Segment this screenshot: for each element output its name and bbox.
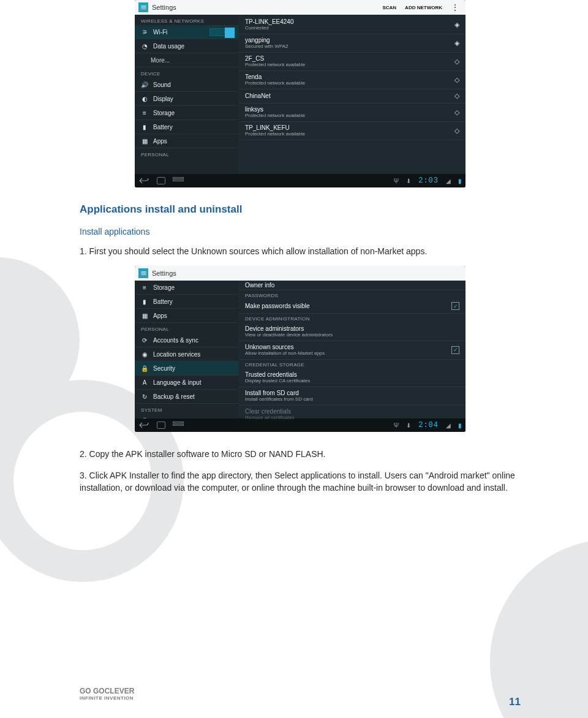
sync-icon: ⟳ — [141, 337, 148, 344]
sidebar-item-security[interactable]: 🔒Security — [135, 361, 239, 376]
wifi-signal-lock-icon: ◇ — [454, 58, 459, 66]
checkbox-checked-icon[interactable]: ✓ — [451, 302, 459, 310]
sidebar-item-label: Display — [153, 96, 173, 102]
overflow-menu-icon[interactable]: ⋮ — [448, 2, 462, 12]
sidebar-item-label: More... — [151, 57, 170, 64]
sidebar-item-label: Security — [153, 365, 175, 372]
navbar-clock: 2:04 — [418, 421, 439, 429]
apps-icon: ▦ — [141, 312, 148, 319]
setting-row-password-visible[interactable]: Make passwords visible✓ — [239, 300, 466, 314]
recent-apps-button[interactable] — [173, 177, 184, 184]
sidebar-item-location[interactable]: ◉Location services — [135, 347, 239, 361]
sidebar-item-backup[interactable]: ↻Backup & reset — [135, 390, 239, 404]
navbar-clock: 2:03 — [418, 176, 439, 185]
add-network-button[interactable]: ADD NETWORK — [402, 5, 445, 10]
home-button[interactable] — [157, 421, 165, 429]
checkbox-checked-icon[interactable]: ✓ — [451, 346, 459, 354]
sidebar-item-label: Accounts & sync — [153, 337, 198, 344]
setting-row-device-admin[interactable]: Device administratorsView or deactivate … — [239, 323, 466, 341]
sidebar-item-storage[interactable]: ≡Storage — [135, 281, 239, 295]
wifi-network-list: TP-LINK_EE4240Connected◈ yangpingSecured… — [239, 15, 466, 174]
home-button[interactable] — [157, 177, 165, 184]
wifi-toggle[interactable]: ON — [209, 28, 234, 36]
sidebar-item-accounts[interactable]: ⟳Accounts & sync — [135, 333, 239, 347]
usb-status-icon: Ψ — [394, 422, 399, 429]
setting-row-owner-info[interactable]: Owner info — [239, 282, 466, 290]
backup-icon: ↻ — [141, 393, 148, 400]
battery-icon: ▮ — [141, 124, 148, 130]
wifi-signal-lock-icon: ◈ — [454, 39, 459, 47]
clock-icon: 🕐 — [141, 418, 148, 419]
battery-icon: ▮ — [141, 298, 148, 305]
screenshot-wifi-settings: Settings SCAN ADD NETWORK ⋮ WIRELESS & N… — [135, 0, 466, 187]
scan-button[interactable]: SCAN — [380, 5, 399, 10]
sidebar-item-label: Apps — [153, 312, 167, 319]
wifi-network-row[interactable]: 2F_CSProtected network available◇ — [239, 53, 466, 71]
screenshot-security-settings: Settings ≡Storage ▮Battery ▦Apps PERSONA… — [135, 266, 466, 432]
sidebar-item-storage[interactable]: ≡Storage — [135, 106, 239, 120]
wifi-network-row[interactable]: TP-LINK_EE4240Connected◈ — [239, 16, 466, 34]
sidebar-item-label: Sound — [153, 81, 171, 88]
sound-icon: 🔊 — [141, 81, 148, 88]
wifi-network-row[interactable]: linksysProtected network available◇ — [239, 104, 466, 122]
wifi-signal-lock-icon: ◇ — [454, 108, 459, 116]
settings-sidebar: ≡Storage ▮Battery ▦Apps PERSONAL ⟳Accoun… — [135, 281, 239, 418]
setting-row-install-sd[interactable]: Install from SD cardInstall certificates… — [239, 387, 466, 406]
storage-icon: ≡ — [141, 110, 148, 116]
doc-paragraph: 3. Click APK Installer to find the app d… — [80, 469, 521, 494]
sidebar-item-date-time[interactable]: 🕐Date & time — [135, 414, 239, 418]
keyboard-icon: A — [141, 379, 148, 386]
wifi-signal-lock-icon: ◇ — [454, 127, 459, 135]
sidebar-item-label: Wi-Fi — [153, 29, 167, 36]
setting-row-unknown-sources[interactable]: Unknown sourcesAllow installation of non… — [239, 341, 466, 360]
usb-status-icon: Ψ — [394, 178, 399, 184]
sidebar-item-language[interactable]: ALanguage & input — [135, 376, 239, 390]
sidebar-category: SYSTEM — [135, 404, 239, 414]
doc-subheading: Install applications — [80, 227, 521, 236]
wifi-signal-lock-icon: ◇ — [454, 76, 459, 84]
brand-footer: GO GOCLEVER INFINITE INVENTION — [80, 687, 134, 701]
sidebar-item-apps[interactable]: ▦Apps — [135, 309, 239, 323]
back-button[interactable] — [138, 421, 149, 429]
sidebar-item-more[interactable]: More... — [135, 53, 239, 67]
doc-heading: Applications install and uninstall — [80, 203, 521, 216]
wifi-network-row[interactable]: TP_LINK_KEFUProtected network available◇ — [239, 122, 466, 140]
sidebar-item-label: Language & input — [153, 379, 201, 386]
download-status-icon: ⬇ — [406, 178, 411, 184]
storage-icon: ≡ — [141, 284, 148, 291]
display-icon: ◐ — [141, 96, 148, 102]
sidebar-item-battery[interactable]: ▮Battery — [135, 120, 239, 134]
settings-app-icon — [138, 268, 148, 278]
sidebar-item-label: Storage — [153, 284, 175, 291]
sidebar-item-data-usage[interactable]: ◔Data usage — [135, 39, 239, 53]
sidebar-item-apps[interactable]: ▦Apps — [135, 134, 239, 148]
sidebar-item-sound[interactable]: 🔊Sound — [135, 78, 239, 92]
location-icon: ◉ — [141, 351, 148, 358]
android-topbar: Settings — [135, 266, 466, 281]
settings-sidebar: WIRELESS & NETWORKS ⚞ Wi-Fi ON ◔Data usa… — [135, 15, 239, 174]
wifi-network-row[interactable]: yangpingSecured with WPA2◈ — [239, 34, 466, 53]
battery-status-icon: ▮ — [458, 422, 462, 429]
wifi-icon: ⚞ — [141, 29, 148, 36]
sidebar-item-label: Location services — [153, 351, 200, 358]
app-title: Settings — [152, 4, 176, 11]
sidebar-item-battery[interactable]: ▮Battery — [135, 295, 239, 309]
wifi-network-row[interactable]: ChinaNet◇ — [239, 89, 466, 104]
setting-row-trusted-cred[interactable]: Trusted credentialsDisplay trusted CA ce… — [239, 369, 466, 387]
sidebar-item-label: Apps — [153, 138, 167, 145]
wifi-signal-icon: ◇ — [454, 92, 459, 100]
settings-app-icon — [138, 2, 148, 12]
sidebar-item-label: Storage — [153, 110, 175, 116]
wifi-signal-icon: ◈ — [454, 21, 459, 29]
sidebar-item-wifi[interactable]: ⚞ Wi-Fi ON — [135, 25, 239, 39]
sidebar-category: PERSONAL — [135, 148, 239, 159]
sidebar-item-display[interactable]: ◐Display — [135, 92, 239, 106]
recent-apps-button[interactable] — [173, 421, 184, 429]
wifi-network-row[interactable]: TendaProtected network available◇ — [239, 71, 466, 89]
settings-category: PASSWORDS — [239, 290, 466, 300]
page-number: 11 — [509, 696, 521, 708]
download-status-icon: ⬇ — [406, 422, 411, 429]
back-button[interactable] — [138, 177, 149, 184]
settings-category: DEVICE ADMINISTRATION — [239, 314, 466, 323]
sidebar-category: DEVICE — [135, 67, 239, 78]
